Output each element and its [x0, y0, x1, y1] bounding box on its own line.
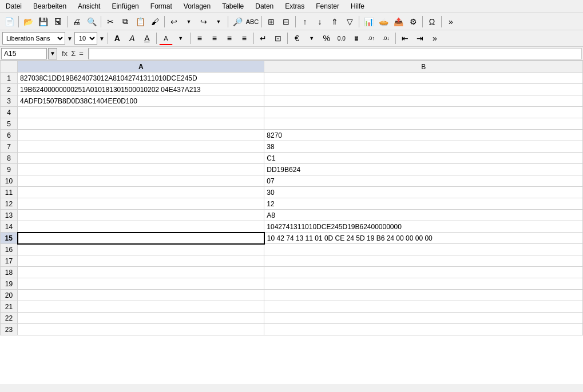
spellcheck-btn[interactable]: ABC	[245, 15, 259, 29]
more-btn[interactable]: »	[444, 15, 458, 29]
cell-a15[interactable]	[18, 233, 264, 244]
cell-a23[interactable]	[18, 324, 264, 335]
sort-asc-btn[interactable]: ↑	[298, 15, 312, 29]
cell-a22[interactable]	[18, 313, 264, 324]
eq-icon[interactable]: =	[78, 49, 85, 58]
font-selector[interactable]: Liberation Sans	[2, 32, 65, 45]
calc-btn[interactable]: 🖩	[350, 31, 363, 45]
bold-btn[interactable]: A	[110, 31, 124, 45]
cell-a5[interactable]	[18, 118, 264, 130]
cell-b20[interactable]	[264, 290, 583, 301]
pie-btn[interactable]: 🥧	[376, 15, 390, 29]
cell-b23[interactable]	[264, 324, 583, 335]
special-char-btn[interactable]: Ω	[425, 15, 439, 29]
export-btn[interactable]: 📤	[391, 15, 405, 29]
currency-drop[interactable]: ▼	[305, 31, 319, 45]
cell-a19[interactable]	[18, 278, 264, 290]
cell-b18[interactable]	[264, 267, 583, 278]
find-btn[interactable]: 🔎	[231, 15, 244, 29]
cell-a12[interactable]	[18, 198, 264, 210]
currency-btn[interactable]: €	[290, 31, 304, 45]
cell-a7[interactable]	[18, 141, 264, 153]
cell-b11[interactable]: 30	[264, 187, 583, 198]
menu-bearbeiten[interactable]: Bearbeiten	[30, 1, 70, 11]
undo-drop-btn[interactable]: ▼	[182, 15, 196, 29]
cell-a17[interactable]	[18, 255, 264, 267]
cell-b5[interactable]	[264, 118, 583, 130]
cell-a9[interactable]	[18, 164, 264, 175]
cell-b9[interactable]: DD19B624	[264, 164, 583, 175]
underline-btn[interactable]: A	[140, 31, 154, 45]
menu-datei[interactable]: Datei	[2, 1, 25, 11]
col-header-b[interactable]: B	[264, 61, 583, 73]
wrap-btn[interactable]: ↵	[256, 31, 270, 45]
menu-ansicht[interactable]: Ansicht	[74, 1, 104, 11]
cell-b4[interactable]	[264, 107, 583, 118]
cell-a11[interactable]	[18, 187, 264, 198]
cell-b15[interactable]: 10 42 74 13 11 01 0D CE 24 5D 19 B6 24 0…	[264, 233, 583, 244]
autofilter-btn[interactable]: ▽	[343, 15, 356, 29]
cell-b6[interactable]: 8270	[264, 130, 583, 141]
menu-tabelle[interactable]: Tabelle	[219, 1, 247, 11]
saveas-btn[interactable]: 🖫	[51, 15, 65, 29]
cell-b17[interactable]	[264, 255, 583, 267]
font-size-selector[interactable]: 10	[74, 32, 97, 45]
menu-vorlagen[interactable]: Vorlagen	[180, 1, 214, 11]
cell-a4[interactable]	[18, 107, 264, 118]
format-paint-btn[interactable]: 🖌	[148, 15, 162, 29]
cell-a2[interactable]: 19B62400000000251A010181301500010202 04E…	[18, 84, 264, 95]
paste-btn[interactable]: 📋	[133, 15, 147, 29]
cols2-btn[interactable]: ⊟	[279, 15, 293, 29]
cell-a14[interactable]	[18, 221, 264, 233]
cell-b10[interactable]: 07	[264, 175, 583, 187]
cell-a20[interactable]	[18, 290, 264, 301]
undo-btn[interactable]: ↩	[167, 15, 181, 29]
cell-a6[interactable]	[18, 130, 264, 141]
redo-drop-btn[interactable]: ▼	[212, 15, 225, 29]
merge-btn[interactable]: ⊡	[271, 31, 285, 45]
redo-btn[interactable]: ↪	[197, 15, 211, 29]
cell-a10[interactable]	[18, 175, 264, 187]
italic-btn[interactable]: A	[125, 31, 139, 45]
align-center-btn[interactable]: ≡	[208, 31, 221, 45]
cell-b22[interactable]	[264, 313, 583, 324]
open-btn[interactable]: 📂	[21, 15, 35, 29]
sum-icon[interactable]: Σ	[70, 49, 77, 58]
chart-btn[interactable]: 📊	[362, 15, 375, 29]
cell-b7[interactable]: 38	[264, 141, 583, 153]
cell-a1[interactable]: 827038C1DD19B624073012A81042741311010DCE…	[18, 73, 264, 84]
size-drop[interactable]: ▼	[99, 35, 105, 42]
number-btn[interactable]: 0.0	[335, 31, 348, 45]
cell-b1[interactable]	[264, 73, 583, 84]
font-drop[interactable]: ▼	[67, 35, 73, 42]
font-color-drop[interactable]: ▼	[174, 31, 188, 45]
cell-b3[interactable]	[264, 95, 583, 107]
cell-ref-input[interactable]: A15	[1, 48, 47, 59]
justify-btn[interactable]: ≡	[237, 31, 251, 45]
indent-dec-btn[interactable]: ⇤	[398, 31, 412, 45]
cell-b21[interactable]	[264, 301, 583, 313]
align-right-btn[interactable]: ≡	[223, 31, 236, 45]
macro-btn[interactable]: ⚙	[406, 15, 420, 29]
decimal-dec-btn[interactable]: .0↓	[379, 31, 393, 45]
menu-fenster[interactable]: Fenster	[312, 1, 343, 11]
cut-btn[interactable]: ✂	[104, 15, 117, 29]
sort3-btn[interactable]: ⇑	[328, 15, 342, 29]
font-color-btn[interactable]: A	[159, 31, 173, 45]
cell-b19[interactable]	[264, 278, 583, 290]
cell-b13[interactable]: A8	[264, 210, 583, 221]
new-btn[interactable]: 📄	[2, 15, 16, 29]
cell-a8[interactable]	[18, 153, 264, 164]
cell-a13[interactable]	[18, 210, 264, 221]
cell-b12[interactable]: 12	[264, 198, 583, 210]
col-header-a[interactable]: A	[18, 61, 264, 73]
print-btn[interactable]: 🖨	[70, 15, 84, 29]
menu-hilfe[interactable]: Hilfe	[347, 1, 368, 11]
sort-desc-btn[interactable]: ↓	[313, 15, 327, 29]
align-left-btn[interactable]: ≡	[193, 31, 207, 45]
menu-daten[interactable]: Daten	[252, 1, 277, 11]
cell-a21[interactable]	[18, 301, 264, 313]
percent-btn[interactable]: %	[320, 31, 334, 45]
menu-extras[interactable]: Extras	[281, 1, 308, 11]
menu-format[interactable]: Format	[147, 1, 176, 11]
